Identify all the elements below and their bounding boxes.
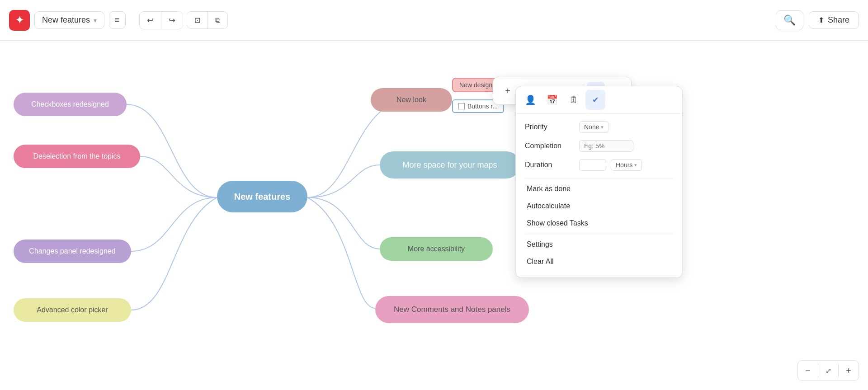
search-icon: 🔍 bbox=[783, 14, 796, 26]
settings-item[interactable]: Settings bbox=[525, 236, 673, 253]
show-closed-item[interactable]: Show closed Tasks bbox=[525, 215, 673, 232]
autocalculate-item[interactable]: Autocalculate bbox=[525, 197, 673, 215]
deselection-node[interactable]: Deselection from the topics bbox=[14, 145, 140, 168]
canvas: New features Checkboxes redesigned Desel… bbox=[0, 41, 868, 390]
autocalculate-label: Autocalculate bbox=[527, 202, 570, 210]
deselection-label: Deselection from the topics bbox=[33, 152, 121, 160]
title-text: New features bbox=[42, 15, 90, 25]
priority-label: Priority bbox=[525, 123, 575, 131]
changes-panel-node[interactable]: Changes panel redesigned bbox=[14, 240, 131, 263]
frame-icon: ⊡ bbox=[194, 16, 200, 24]
toolbar-actions: ↩ ↪ ⊡ ⧉ bbox=[139, 11, 228, 29]
ft-plus-button[interactable]: + bbox=[499, 82, 517, 100]
menu-icon: ≡ bbox=[115, 15, 120, 24]
checkboxes-node[interactable]: Checkboxes redesigned bbox=[14, 93, 127, 116]
completion-input[interactable] bbox=[579, 140, 633, 152]
priority-value: None bbox=[584, 123, 599, 131]
show-closed-label: Show closed Tasks bbox=[527, 219, 588, 227]
tab-check-icon: ✔ bbox=[592, 95, 599, 105]
undo-redo-group: ↩ ↪ bbox=[139, 11, 183, 29]
calendar1-icon: 📅 bbox=[547, 94, 558, 105]
search-button[interactable]: 🔍 bbox=[776, 10, 803, 30]
more-access-label: More accessibility bbox=[408, 245, 465, 253]
mark-done-item[interactable]: Mark as done bbox=[525, 180, 673, 197]
zoom-fit-icon: ⤢ bbox=[826, 367, 831, 375]
zoom-fit-button[interactable]: ⤢ bbox=[818, 361, 838, 381]
hours-chevron: ▾ bbox=[634, 162, 637, 168]
new-look-label: New look bbox=[396, 96, 426, 104]
zoom-controls: − ⤢ + bbox=[797, 360, 859, 381]
title-button[interactable]: New features ▾ bbox=[34, 11, 104, 29]
task-divider2 bbox=[525, 234, 673, 234]
tab-calendar2[interactable]: 🗓 bbox=[564, 90, 584, 110]
logo-button[interactable]: ✦ bbox=[9, 10, 30, 31]
checkbox-mini-icon bbox=[458, 103, 465, 109]
more-space-label: More space for your maps bbox=[402, 160, 497, 170]
tab-person[interactable]: 👤 bbox=[520, 90, 540, 110]
tab-check[interactable]: ✔ bbox=[585, 90, 605, 110]
redo-icon: ↪ bbox=[169, 16, 175, 25]
task-panel-tabs: 👤 📅 🗓 ✔ bbox=[516, 86, 682, 114]
comments-label: New Comments and Notes panels bbox=[394, 305, 510, 314]
share-icon: ⬆ bbox=[818, 16, 824, 24]
task-panel: 👤 📅 🗓 ✔ Priority None ▾ C bbox=[515, 86, 683, 278]
changes-panel-label: Changes panel redesigned bbox=[29, 247, 115, 255]
share-label: Share bbox=[828, 15, 849, 25]
priority-chevron: ▾ bbox=[601, 124, 604, 130]
frame-group: ⊡ ⧉ bbox=[187, 11, 228, 29]
share-button[interactable]: ⬆ Share bbox=[809, 11, 859, 29]
hours-select[interactable]: Hours ▾ bbox=[611, 159, 642, 171]
toolbar-right: 🔍 ⬆ Share bbox=[776, 10, 859, 30]
comments-node[interactable]: New Comments and Notes panels bbox=[375, 296, 529, 323]
priority-row: Priority None ▾ bbox=[525, 121, 673, 133]
redo-button[interactable]: ↪ bbox=[161, 12, 183, 29]
frame-button[interactable]: ⊡ bbox=[187, 12, 208, 28]
clone-button[interactable]: ⧉ bbox=[208, 12, 227, 28]
calendar2-icon: 🗓 bbox=[569, 95, 578, 105]
menu-button[interactable]: ≡ bbox=[109, 11, 126, 29]
buttons-text: Buttons r... bbox=[467, 103, 498, 110]
mark-done-label: Mark as done bbox=[527, 185, 571, 193]
toolbar: ✦ New features ▾ ≡ ↩ ↪ ⊡ ⧉ bbox=[0, 0, 868, 41]
checkboxes-label: Checkboxes redesigned bbox=[31, 100, 109, 108]
toolbar-left: ✦ New features ▾ ≡ ↩ ↪ ⊡ ⧉ bbox=[9, 10, 228, 31]
zoom-out-button[interactable]: − bbox=[798, 361, 818, 381]
undo-icon: ↩ bbox=[147, 16, 154, 25]
hours-label: Hours bbox=[616, 161, 632, 169]
clone-icon: ⧉ bbox=[215, 16, 220, 24]
tab-calendar1[interactable]: 📅 bbox=[542, 90, 562, 110]
plus-icon: + bbox=[505, 86, 510, 96]
zoom-in-icon: + bbox=[846, 366, 851, 376]
color-picker-label: Advanced color picker bbox=[37, 306, 108, 314]
zoom-out-icon: − bbox=[805, 366, 811, 376]
new-look-node[interactable]: New look bbox=[371, 88, 452, 112]
task-divider1 bbox=[525, 178, 673, 179]
undo-button[interactable]: ↩ bbox=[140, 12, 161, 29]
clear-all-label: Clear All bbox=[527, 258, 554, 265]
person-icon: 👤 bbox=[525, 94, 536, 105]
duration-label: Duration bbox=[525, 161, 575, 169]
settings-label: Settings bbox=[527, 240, 553, 248]
task-panel-body: Priority None ▾ Completion Duration Hour… bbox=[516, 114, 682, 277]
color-picker-node[interactable]: Advanced color picker bbox=[14, 298, 131, 322]
more-space-node[interactable]: More space for your maps bbox=[380, 151, 520, 179]
center-node[interactable]: New features bbox=[217, 181, 307, 212]
completion-row: Completion bbox=[525, 140, 673, 152]
completion-label: Completion bbox=[525, 142, 575, 150]
duration-input[interactable] bbox=[579, 159, 606, 171]
zoom-in-button[interactable]: + bbox=[839, 361, 859, 381]
priority-select[interactable]: None ▾ bbox=[579, 121, 609, 133]
chevron-down-icon: ▾ bbox=[94, 17, 97, 24]
center-node-label: New features bbox=[234, 192, 291, 202]
clear-all-item[interactable]: Clear All bbox=[525, 253, 673, 270]
duration-row: Duration Hours ▾ bbox=[525, 159, 673, 171]
more-access-node[interactable]: More accessibility bbox=[380, 237, 493, 261]
logo-icon: ✦ bbox=[15, 14, 24, 26]
